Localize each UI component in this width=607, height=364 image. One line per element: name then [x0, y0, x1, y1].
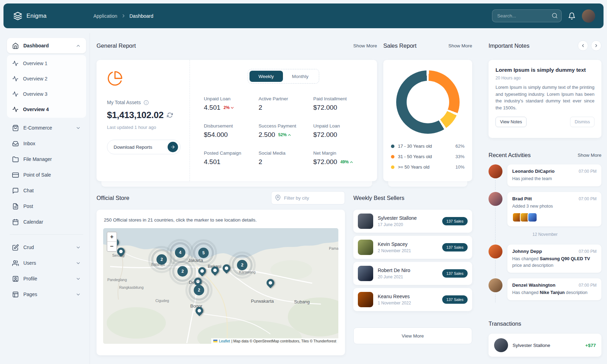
sidebar-item-overview-1[interactable]: Overview 1: [7, 56, 86, 71]
sales-report-show-more[interactable]: Show More: [448, 43, 472, 48]
seller-name: Robert De Niro: [378, 268, 410, 273]
legend-row: 17 - 30 Years old 62%: [391, 144, 464, 149]
sidebar-item-file-manager[interactable]: File Manager: [7, 152, 86, 167]
marker-cluster[interactable]: 2: [237, 260, 247, 270]
filter-by-city-input[interactable]: [271, 191, 345, 204]
activity-time: 07:00 PM: [579, 169, 597, 174]
city-label: Subang: [294, 299, 310, 304]
sidebar-item-overview-2[interactable]: Overview 2: [7, 71, 86, 86]
seller-name: Sylvester Stallone: [378, 215, 417, 221]
legend-dot: [391, 155, 394, 158]
marker-cluster[interactable]: 2: [177, 266, 188, 277]
user-avatar[interactable]: [582, 9, 595, 23]
sales-badge[interactable]: 137 Sales: [442, 217, 468, 225]
sales-badge[interactable]: 137 Sales: [442, 295, 468, 304]
zoom-out-button[interactable]: −: [107, 242, 116, 251]
activity-name[interactable]: Denzel Washington: [512, 282, 555, 288]
legend-label: >= 50 Years old: [398, 164, 429, 170]
id-card-icon: [12, 276, 19, 282]
map-background: Serang Pandeglang Rangkasbitung Balaraja…: [103, 228, 338, 344]
total-assets-label: My Total Assets: [107, 100, 141, 105]
sidebar-item-profile[interactable]: Profile: [7, 271, 86, 286]
download-reports-button[interactable]: Download Reports: [107, 140, 180, 154]
toggle-monthly[interactable]: Monthly: [283, 71, 317, 82]
breadcrumb-application[interactable]: Application: [93, 13, 117, 19]
transaction-row[interactable]: Sylvester Stallone +$77: [489, 334, 601, 357]
marker-cluster[interactable]: 4: [175, 247, 185, 258]
notes-next-button[interactable]: [591, 40, 601, 51]
sidebar-item-dashboard[interactable]: Dashboard: [7, 38, 86, 53]
credit-card-icon: [12, 172, 19, 178]
activity-avatar[interactable]: [489, 278, 502, 292]
brand[interactable]: Enigma: [3, 11, 91, 21]
sidebar-item-calendar[interactable]: Calendar: [7, 214, 86, 230]
view-notes-button[interactable]: View Notes: [495, 117, 527, 127]
legend-value: 62%: [455, 144, 464, 149]
photo-thumbnail[interactable]: [528, 212, 537, 222]
sidebar-item-point-of-sale[interactable]: Point of Sale: [7, 167, 86, 183]
activity-avatar[interactable]: [489, 164, 502, 178]
sales-report-card: 17 - 30 Years old 62% 31 - 50 Years old …: [383, 60, 472, 181]
sidebar-item-label: Chat: [23, 188, 34, 193]
view-more-button[interactable]: View More: [353, 327, 472, 344]
notifications-button[interactable]: [568, 12, 576, 20]
activity-time: 07:00 PM: [579, 196, 597, 201]
stat-delta: 52%: [278, 132, 292, 137]
sidebar-item-label: Profile: [23, 276, 37, 281]
stat-delta: 2%: [224, 105, 235, 110]
sidebar-item-crud[interactable]: Crud: [7, 240, 86, 255]
search-input[interactable]: [492, 9, 562, 22]
seller-date: 2 November 2021: [378, 248, 411, 253]
activity-text: Has changed Samsung Q90 QLED TV price an…: [512, 256, 597, 269]
assets-updated-text: Last updated 1 hour ago: [107, 125, 180, 130]
activity-avatar[interactable]: [489, 192, 502, 206]
store-map[interactable]: Serang Pandeglang Rangkasbitung Balaraja…: [103, 228, 338, 344]
marker-cluster[interactable]: 2: [156, 254, 167, 265]
stat-social-media: Social Media 2: [259, 150, 308, 166]
sidebar-item-inbox[interactable]: Inbox: [7, 136, 86, 151]
sales-badge[interactable]: 137 Sales: [442, 243, 468, 251]
pie-chart-icon: [107, 70, 123, 86]
activity-name[interactable]: Brad Pitt: [512, 196, 532, 201]
download-reports-label: Download Reports: [114, 145, 152, 150]
sales-badge[interactable]: 137 Sales: [442, 269, 468, 278]
users-icon: [12, 260, 19, 266]
sidebar-item-chat[interactable]: Chat: [7, 183, 86, 198]
leaflet-link[interactable]: Leaflet: [219, 339, 230, 343]
stat-active-partner: Active Partner 2: [259, 96, 308, 111]
activity-name[interactable]: Johnny Depp: [512, 249, 542, 254]
seller-row[interactable]: Sylvester Stallone 17 June 2020 137 Sale…: [353, 210, 472, 233]
activity-name[interactable]: Leonardo DiCaprio: [512, 169, 555, 174]
chevron-down-icon: [230, 106, 235, 110]
official-store-header: Official Store: [97, 191, 345, 205]
search-icon[interactable]: [552, 13, 558, 19]
info-icon[interactable]: [144, 100, 149, 105]
notes-prev-button[interactable]: [578, 40, 588, 51]
toggle-weekly[interactable]: Weekly: [249, 71, 283, 82]
chevron-down-icon: [76, 276, 81, 281]
sidebar-item-ecommerce[interactable]: E-Commerce: [7, 120, 86, 135]
seller-row[interactable]: Robert De Niro 20 June 2021 137 Sales: [353, 262, 472, 285]
city-label: Pandeglang: [107, 278, 127, 282]
seller-row[interactable]: Keanu Reeves 1 November 2022 137 Sales: [353, 288, 472, 311]
seller-row[interactable]: Kevin Spacey 2 November 2021 137 Sales: [353, 236, 472, 259]
sidebar-item-pages[interactable]: Pages: [7, 287, 86, 302]
sidebar-item-overview-4[interactable]: Overview 4: [7, 102, 86, 117]
card-stack-layer: [101, 181, 372, 187]
sidebar-item-overview-3[interactable]: Overview 3: [7, 86, 86, 102]
dismiss-button[interactable]: Dismiss: [570, 117, 594, 127]
marker-cluster[interactable]: 5: [198, 248, 209, 258]
seller-avatar: [358, 292, 373, 307]
general-report-show-more[interactable]: Show More: [353, 43, 377, 48]
refresh-icon[interactable]: [167, 112, 173, 118]
activity-avatar[interactable]: [489, 245, 502, 258]
marker-cluster[interactable]: 2: [194, 285, 204, 295]
breadcrumb-dashboard[interactable]: Dashboard: [130, 13, 154, 19]
stat-net-margin: Net Margin $72.000 49%: [313, 150, 363, 166]
sidebar-item-post[interactable]: Post: [7, 199, 86, 214]
seller-date: 1 November 2022: [378, 301, 411, 305]
chevron-down-icon: [76, 292, 81, 297]
sidebar-item-users[interactable]: Users: [7, 255, 86, 271]
zoom-in-button[interactable]: +: [107, 232, 116, 242]
activities-show-more[interactable]: Show More: [578, 153, 601, 158]
